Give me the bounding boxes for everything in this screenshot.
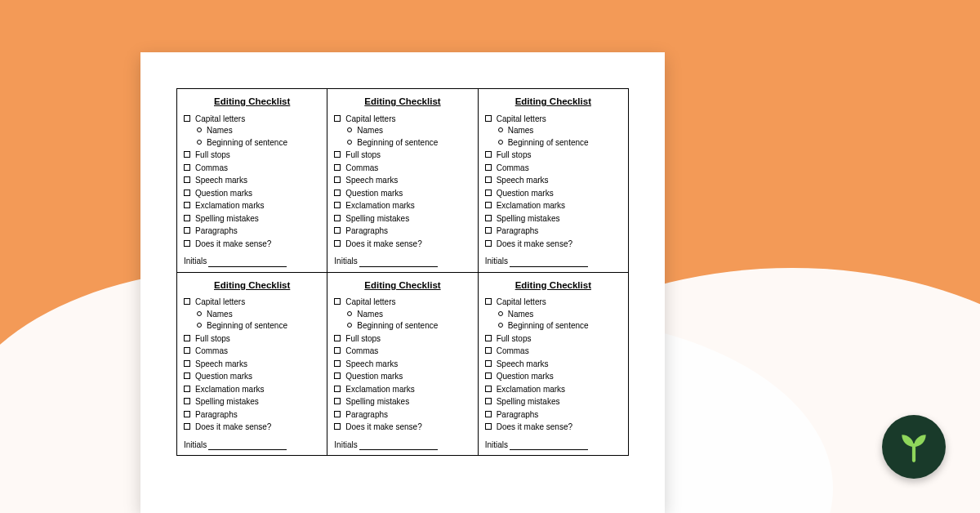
- check-item: Capital letters: [334, 297, 470, 308]
- checkbox-icon[interactable]: [184, 240, 190, 247]
- checkbox-icon[interactable]: [334, 227, 341, 234]
- checkbox-icon[interactable]: [184, 398, 190, 404]
- checkbox-icon[interactable]: [334, 411, 341, 417]
- check-item-label: Spelling mistakes: [195, 396, 259, 408]
- initials-input-line[interactable]: [359, 442, 438, 450]
- check-item-label: Spelling mistakes: [195, 213, 259, 225]
- checkbox-icon[interactable]: [184, 335, 190, 341]
- checkbox-icon[interactable]: [184, 202, 190, 208]
- checkbox-icon[interactable]: [334, 372, 341, 379]
- checkbox-icon[interactable]: [334, 398, 341, 404]
- checkbox-icon[interactable]: [485, 202, 492, 208]
- checkbox-icon[interactable]: [184, 347, 190, 354]
- checkbox-icon[interactable]: [485, 360, 492, 367]
- checkbox-icon[interactable]: [334, 335, 341, 341]
- bullet-icon: [498, 311, 503, 316]
- checkbox-icon[interactable]: [334, 215, 341, 221]
- initials-label: Initials: [334, 440, 357, 449]
- checkbox-icon[interactable]: [184, 386, 190, 392]
- checkbox-icon[interactable]: [184, 115, 190, 122]
- check-item-label: Exclamation marks: [345, 200, 414, 212]
- bullet-icon: [197, 127, 202, 132]
- check-item: Speech marks: [334, 359, 470, 370]
- checkbox-icon[interactable]: [334, 151, 341, 158]
- checkbox-icon[interactable]: [184, 215, 190, 221]
- checkbox-icon[interactable]: [485, 215, 492, 221]
- check-item-label: Question marks: [195, 188, 252, 199]
- check-item: Paragraphs: [334, 409, 470, 421]
- checkbox-icon[interactable]: [485, 386, 492, 392]
- initials-field: Initials: [485, 439, 621, 451]
- check-item: Exclamation marks: [485, 200, 621, 212]
- checkbox-icon[interactable]: [485, 227, 492, 234]
- checkbox-icon[interactable]: [485, 115, 492, 122]
- checkbox-icon[interactable]: [184, 372, 190, 379]
- checkbox-icon[interactable]: [485, 372, 492, 379]
- check-item: Commas: [334, 163, 470, 174]
- check-item-label: Commas: [497, 346, 529, 357]
- check-item: Does it make sense?: [334, 422, 470, 433]
- checkbox-icon[interactable]: [485, 240, 492, 247]
- checkbox-icon[interactable]: [485, 423, 492, 430]
- checkbox-icon[interactable]: [334, 298, 341, 305]
- initials-input-line[interactable]: [359, 259, 438, 267]
- check-item-label: Does it make sense?: [497, 239, 572, 250]
- check-item-label: Full stops: [345, 149, 381, 161]
- checkbox-icon[interactable]: [334, 115, 341, 122]
- check-item-label: Spelling mistakes: [345, 213, 409, 225]
- check-item-label: Does it make sense?: [195, 422, 271, 433]
- checkbox-icon[interactable]: [485, 190, 492, 196]
- checklist-card: Editing ChecklistCapital lettersNamesBeg…: [479, 273, 629, 457]
- checkbox-icon[interactable]: [334, 202, 341, 208]
- checkbox-icon[interactable]: [334, 176, 341, 183]
- check-item-label: Speech marks: [497, 175, 549, 186]
- check-item: Spelling mistakes: [334, 213, 470, 225]
- checkbox-icon[interactable]: [485, 347, 492, 354]
- check-item: Commas: [184, 163, 320, 174]
- check-item: Does it make sense?: [184, 422, 320, 433]
- check-item: Question marks: [485, 188, 621, 199]
- checkbox-icon[interactable]: [334, 164, 341, 171]
- checkbox-icon[interactable]: [184, 360, 190, 367]
- checkbox-icon[interactable]: [184, 151, 190, 158]
- checkbox-icon[interactable]: [184, 227, 190, 234]
- checkbox-icon[interactable]: [334, 360, 341, 367]
- checkbox-icon[interactable]: [184, 411, 190, 417]
- checkbox-icon[interactable]: [485, 335, 492, 341]
- checkbox-icon[interactable]: [334, 240, 341, 247]
- checkbox-icon[interactable]: [184, 423, 190, 430]
- check-item-label: Does it make sense?: [195, 239, 271, 250]
- checkbox-icon[interactable]: [485, 298, 492, 305]
- bullet-icon: [347, 140, 352, 145]
- checkbox-icon[interactable]: [184, 190, 190, 196]
- checkbox-icon[interactable]: [334, 423, 341, 430]
- checkbox-icon[interactable]: [334, 347, 341, 354]
- checkbox-icon[interactable]: [334, 386, 341, 392]
- check-item: Capital letters: [184, 297, 320, 308]
- check-item-label: Paragraphs: [345, 409, 388, 421]
- checkbox-icon[interactable]: [334, 190, 341, 196]
- check-item: Paragraphs: [485, 409, 621, 421]
- check-item: Full stops: [184, 149, 320, 161]
- checkbox-icon[interactable]: [485, 398, 492, 404]
- checkbox-icon[interactable]: [485, 176, 492, 183]
- check-subitem: Beginning of sentence: [498, 137, 621, 149]
- check-item: Spelling mistakes: [485, 213, 621, 225]
- checkbox-icon[interactable]: [184, 164, 190, 171]
- checkbox-icon[interactable]: [485, 164, 492, 171]
- initials-input-line[interactable]: [510, 259, 588, 267]
- card-title: Editing Checklist: [334, 279, 470, 292]
- initials-input-line[interactable]: [510, 442, 588, 450]
- initials-input-line[interactable]: [208, 259, 287, 267]
- check-item: Does it make sense?: [485, 422, 621, 433]
- checkbox-icon[interactable]: [184, 176, 190, 183]
- check-item-label: Exclamation marks: [497, 200, 565, 212]
- checkbox-icon[interactable]: [485, 151, 492, 158]
- check-item: Paragraphs: [334, 225, 470, 237]
- checkbox-icon[interactable]: [485, 411, 492, 417]
- bullet-icon: [197, 323, 202, 328]
- initials-field: Initials: [184, 439, 320, 451]
- checkbox-icon[interactable]: [184, 298, 190, 305]
- check-item: Exclamation marks: [334, 384, 470, 395]
- initials-input-line[interactable]: [208, 442, 287, 450]
